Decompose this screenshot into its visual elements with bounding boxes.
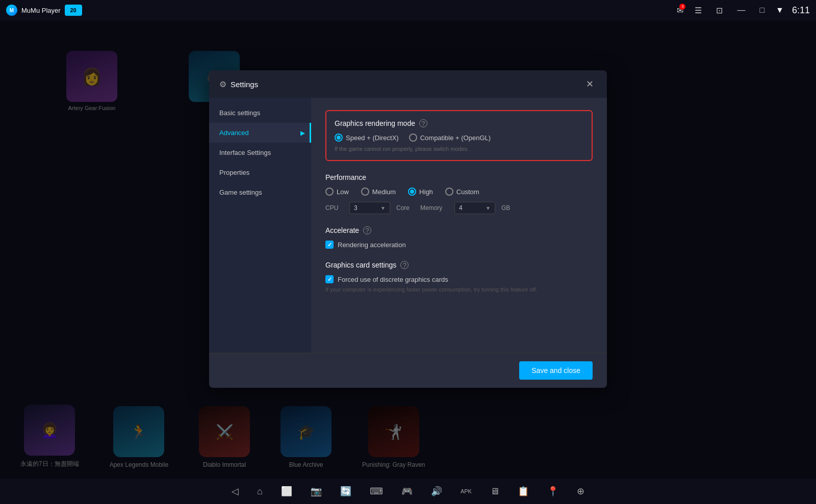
gamepad-button[interactable]: 🎮 bbox=[397, 484, 417, 499]
add-button[interactable]: ⊕ bbox=[573, 484, 589, 499]
modal-header: ⚙ Settings ✕ bbox=[209, 70, 607, 98]
perf-custom-label: Custom bbox=[456, 188, 479, 196]
app-badge: 20 bbox=[65, 5, 82, 16]
modal-header-left: ⚙ Settings bbox=[219, 79, 258, 89]
speed-directx-label: Speed + (DirectX) bbox=[346, 134, 399, 142]
perf-high-option[interactable]: High bbox=[408, 188, 433, 196]
keyboard-button[interactable]: ⌨ bbox=[366, 484, 387, 499]
modal-close-button[interactable]: ✕ bbox=[583, 77, 597, 91]
graphics-card-title: Graphics card settings bbox=[325, 261, 396, 269]
modal-overlay: ⚙ Settings ✕ Basic settings Advanced ▶ bbox=[0, 20, 816, 479]
forced-gpu-row: ✓ Forced use of discrete graphics cards bbox=[325, 275, 593, 283]
memory-select[interactable]: 4 ▼ bbox=[454, 202, 495, 214]
cpu-dropdown-arrow: ▼ bbox=[380, 205, 386, 211]
perf-medium-option[interactable]: Medium bbox=[361, 188, 396, 196]
sidebar-item-advanced[interactable]: Advanced ▶ bbox=[209, 123, 311, 143]
compatible-opengl-radio[interactable] bbox=[409, 134, 417, 142]
modal-body: Basic settings Advanced ▶ Interface Sett… bbox=[209, 98, 607, 353]
cpu-select[interactable]: 3 ▼ bbox=[349, 202, 390, 214]
memory-dropdown-arrow: ▼ bbox=[486, 205, 491, 211]
perf-high-radio[interactable] bbox=[408, 188, 416, 196]
settings-sidebar: Basic settings Advanced ▶ Interface Sett… bbox=[209, 98, 311, 353]
menu-button[interactable]: ☰ bbox=[692, 5, 705, 16]
perf-low-radio[interactable] bbox=[325, 188, 334, 196]
settings-content: Graphics rendering mode ? Speed + (Direc… bbox=[311, 98, 607, 353]
gb-label: GB bbox=[501, 204, 510, 211]
memory-label: Memory bbox=[420, 204, 448, 211]
accelerate-section: Accelerate ? ✓ Rendering acceleration bbox=[325, 226, 593, 249]
performance-radio-group: Low Medium High bbox=[325, 188, 593, 196]
graphics-card-help-icon[interactable]: ? bbox=[400, 261, 409, 269]
sidebar-item-interface[interactable]: Interface Settings bbox=[209, 143, 311, 163]
perf-low-label: Low bbox=[337, 188, 349, 196]
gpu-hint-text: If your computer is experiencing faster … bbox=[325, 286, 593, 293]
camera-button[interactable]: 📷 bbox=[307, 484, 326, 499]
cpu-memory-row: CPU 3 ▼ Core Memory 4 ▼ GB bbox=[325, 202, 593, 214]
compatible-opengl-label: Compatible + (OpenGL) bbox=[420, 134, 491, 142]
gear-icon: ⚙ bbox=[219, 79, 226, 89]
rendering-acceleration-checkbox[interactable]: ✓ bbox=[325, 241, 334, 249]
home-button[interactable]: ⌂ bbox=[253, 484, 267, 499]
restore-button[interactable]: ⊡ bbox=[713, 5, 726, 16]
wifi-icon: ▼ bbox=[776, 6, 784, 15]
performance-title: Performance bbox=[325, 173, 366, 181]
rendering-acceleration-label: Rendering acceleration bbox=[338, 241, 406, 249]
graphics-rendering-title: Graphics rendering mode bbox=[335, 119, 415, 127]
save-close-button[interactable]: Save and close bbox=[519, 361, 593, 380]
rendering-mode-radio-group: Speed + (DirectX) Compatible + (OpenGL) bbox=[335, 134, 583, 142]
forced-check-mark: ✓ bbox=[327, 276, 332, 283]
top-bar: M MuMu Player 20 ✉ 3 ☰ ⊡ — □ ▼ 6:11 bbox=[0, 0, 816, 20]
apk-button[interactable]: APK bbox=[456, 486, 476, 496]
perf-custom-option[interactable]: Custom bbox=[445, 188, 479, 196]
perf-high-label: High bbox=[419, 188, 433, 196]
accelerate-title: Accelerate bbox=[325, 226, 359, 234]
rotate-button[interactable]: 🔄 bbox=[336, 484, 355, 499]
cpu-value: 3 bbox=[354, 204, 358, 211]
rendering-acceleration-row: ✓ Rendering acceleration bbox=[325, 241, 593, 249]
rendering-mode-hint: If the game cannot run properly, please … bbox=[335, 146, 583, 152]
desktop: 👩 Artery Gear:Fusion 🎮 👩‍🦱 永遠的7日：無盡開端 🏃 … bbox=[0, 20, 816, 479]
perf-medium-label: Medium bbox=[372, 188, 396, 196]
location-button[interactable]: 📍 bbox=[543, 484, 563, 499]
sidebar-item-game[interactable]: Game settings bbox=[209, 182, 311, 202]
graphics-card-header: Graphics card settings ? bbox=[325, 261, 593, 269]
accelerate-help-icon[interactable]: ? bbox=[363, 226, 371, 234]
volume-button[interactable]: 🔊 bbox=[427, 484, 446, 499]
mail-badge-count: 3 bbox=[679, 4, 685, 10]
compatible-opengl-option[interactable]: Compatible + (OpenGL) bbox=[409, 134, 491, 142]
perf-custom-radio[interactable] bbox=[445, 188, 453, 196]
minimize-button[interactable]: — bbox=[734, 5, 748, 16]
copy-button[interactable]: 📋 bbox=[514, 484, 533, 499]
top-bar-right: ✉ 3 ☰ ⊡ — □ ▼ 6:11 bbox=[677, 5, 810, 16]
forced-gpu-checkbox[interactable]: ✓ bbox=[325, 275, 334, 283]
mail-icon[interactable]: ✉ 3 bbox=[677, 6, 683, 15]
bottom-bar: ◁ ⌂ ⬜ 📷 🔄 ⌨ 🎮 🔊 APK 🖥 📋 📍 ⊕ bbox=[0, 479, 816, 504]
perf-medium-radio[interactable] bbox=[361, 188, 369, 196]
perf-low-option[interactable]: Low bbox=[325, 188, 349, 196]
settings-title: Settings bbox=[231, 80, 258, 89]
sidebar-item-properties[interactable]: Properties bbox=[209, 163, 311, 182]
accelerate-header: Accelerate ? bbox=[325, 226, 593, 234]
performance-header: Performance bbox=[325, 173, 593, 181]
memory-value: 4 bbox=[459, 204, 463, 211]
modal-footer: Save and close bbox=[209, 353, 607, 388]
graphics-rendering-section: Graphics rendering mode ? Speed + (Direc… bbox=[325, 110, 593, 161]
cpu-label: CPU bbox=[325, 204, 343, 211]
display-button[interactable]: 🖥 bbox=[486, 484, 503, 499]
performance-section: Performance Low Medium bbox=[325, 173, 593, 214]
settings-modal: ⚙ Settings ✕ Basic settings Advanced ▶ bbox=[209, 70, 607, 388]
sidebar-item-basic[interactable]: Basic settings bbox=[209, 103, 311, 123]
app-title: MuMu Player bbox=[21, 7, 61, 14]
check-mark: ✓ bbox=[327, 242, 332, 248]
core-label: Core bbox=[396, 204, 414, 211]
graphics-rendering-header: Graphics rendering mode ? bbox=[335, 119, 583, 127]
speed-directx-radio[interactable] bbox=[335, 134, 343, 142]
back-button[interactable]: ◁ bbox=[227, 484, 243, 499]
graphics-rendering-help-icon[interactable]: ? bbox=[419, 119, 427, 127]
graphics-card-section: Graphics card settings ? ✓ Forced use of… bbox=[325, 261, 593, 293]
app-icon: M bbox=[6, 5, 17, 16]
speed-directx-option[interactable]: Speed + (DirectX) bbox=[335, 134, 399, 142]
maximize-button[interactable]: □ bbox=[756, 5, 768, 16]
top-bar-left: M MuMu Player 20 bbox=[6, 5, 82, 16]
screen-button[interactable]: ⬜ bbox=[277, 484, 296, 499]
